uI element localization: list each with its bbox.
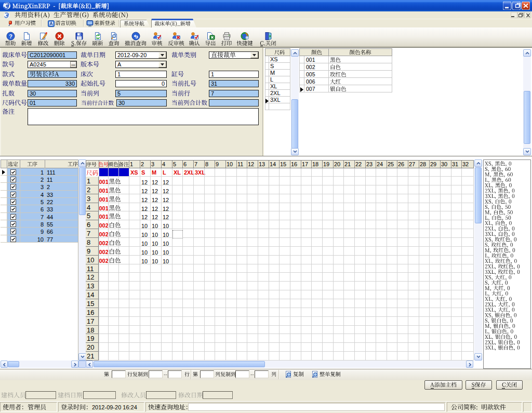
svg-text:?: ? [9, 33, 12, 39]
